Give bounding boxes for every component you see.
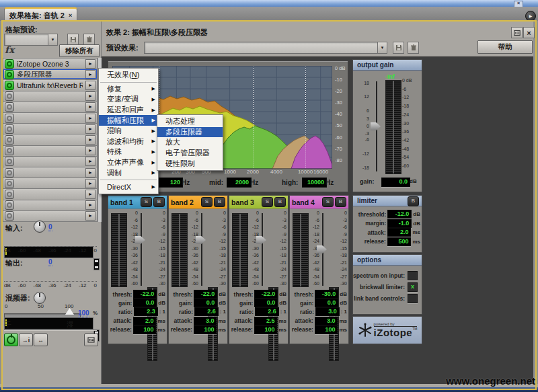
power-icon[interactable] <box>5 102 14 112</box>
fx-slot[interactable]: ► <box>3 167 98 178</box>
gain-value[interactable]: 0.0 <box>133 299 157 307</box>
solo-button[interactable]: S <box>141 197 152 207</box>
submenu-item-tube-compressor[interactable]: 电子管压限器 <box>157 148 223 159</box>
bypass-button[interactable]: B <box>335 197 346 207</box>
thresh-value[interactable]: -22.0 <box>133 290 157 299</box>
output-gain-slider-handle[interactable] <box>371 122 381 130</box>
output-gain-value[interactable]: 0 <box>48 258 52 266</box>
slot-arrow-button[interactable]: ► <box>85 124 95 134</box>
output-gain-knob[interactable] <box>34 292 46 304</box>
rack-settings-button[interactable] <box>84 334 98 346</box>
threshold-slider-handle[interactable] <box>256 236 266 244</box>
slot-arrow-button[interactable]: ► <box>85 70 95 79</box>
power-icon[interactable] <box>5 211 14 221</box>
threshold-slider-handle[interactable] <box>196 236 206 244</box>
submenu-item-dynamics[interactable]: 动态处理 <box>157 116 223 127</box>
ratio-value[interactable]: 2.3 <box>134 307 158 316</box>
power-icon[interactable] <box>5 59 14 69</box>
dropdown-arrow-icon[interactable]: ▼ <box>48 34 57 45</box>
menu-item-amplitude-compression[interactable]: 振幅和压限▶ <box>99 115 158 126</box>
slot-arrow-button[interactable]: ► <box>85 190 95 199</box>
plugin-save-preset-button[interactable] <box>393 42 404 54</box>
power-icon[interactable] <box>5 190 14 199</box>
input-gain-value[interactable]: 0 <box>48 223 52 231</box>
plugin-rack-button[interactable] <box>511 27 523 38</box>
mix-value[interactable]: 100 <box>78 309 89 317</box>
menu-item-stretch[interactable]: 变速/变调▶ <box>99 94 158 105</box>
menu-item-restore[interactable]: 修复▶ <box>99 84 158 95</box>
release-value[interactable]: 100 <box>194 325 217 334</box>
slot-arrow-button[interactable]: ► <box>85 179 95 188</box>
fx-slot[interactable]: iZotope Ozone 3► <box>3 58 98 69</box>
slot-arrow-button[interactable]: ► <box>85 102 95 112</box>
high-crossover-value[interactable]: 10000 <box>302 178 327 188</box>
power-icon[interactable] <box>5 70 14 79</box>
tab-close-icon[interactable]: × <box>69 13 72 19</box>
remove-all-button[interactable]: 移除所有 <box>59 44 100 57</box>
bypass-button[interactable]: B <box>153 197 165 207</box>
power-icon[interactable] <box>5 135 14 145</box>
bypass-button[interactable]: B <box>214 197 225 207</box>
thresh-value[interactable]: -30.0 <box>315 290 338 299</box>
slot-arrow-button[interactable]: ► <box>85 157 95 166</box>
power-icon[interactable] <box>5 200 14 210</box>
slot-arrow-button[interactable]: ► <box>85 114 95 123</box>
low-crossover-value[interactable]: 120 <box>158 178 183 188</box>
release-value[interactable]: 100 <box>254 325 277 334</box>
brickwall-limiter-checkbox[interactable]: x <box>408 282 418 292</box>
power-icon[interactable] <box>5 146 14 155</box>
attack-value[interactable]: 3.0 <box>194 317 217 325</box>
menu-item-filter-eq[interactable]: 滤波和均衡▶ <box>99 136 158 147</box>
plugin-delete-preset-button[interactable] <box>408 42 419 54</box>
power-icon[interactable] <box>5 124 14 134</box>
fx-slot[interactable]: ► <box>3 112 98 123</box>
gain-value[interactable]: 0.0 <box>254 299 278 307</box>
solo-button[interactable]: S <box>201 197 213 207</box>
menu-item-stereo-imagery[interactable]: 立体声声像▶ <box>99 157 158 168</box>
thresh-value[interactable]: -22.0 <box>194 290 217 299</box>
help-button[interactable]: 帮助 <box>477 40 533 54</box>
release-value[interactable]: 500 <box>387 237 412 246</box>
rack-power-button[interactable] <box>4 334 18 346</box>
fx-slot-selected[interactable]: 多段压限器► <box>3 69 98 79</box>
thresh-value[interactable]: -22.0 <box>254 290 278 299</box>
spectrum-on-input-checkbox[interactable] <box>408 271 418 280</box>
threshold-slider-handle[interactable] <box>317 245 327 253</box>
margin-value[interactable]: -1.0 <box>387 219 412 228</box>
menu-item-no-effect[interactable]: 无效果(N) <box>99 70 158 81</box>
gain-value[interactable]: 0.0 <box>315 299 338 307</box>
submenu-item-hard-limiter[interactable]: 硬性限制 <box>157 158 223 169</box>
gain-value[interactable]: 0.0 <box>381 178 410 187</box>
release-value[interactable]: 100 <box>315 325 338 334</box>
attack-value[interactable]: 3.0 <box>315 317 338 325</box>
power-icon[interactable] <box>5 157 14 166</box>
power-icon[interactable] <box>5 179 14 188</box>
menu-item-modulation[interactable]: 调制▶ <box>99 167 158 178</box>
menu-item-special[interactable]: 特殊▶ <box>99 147 158 157</box>
input-monitor-button[interactable]: →i <box>19 334 33 346</box>
fx-slot[interactable]: ► <box>3 134 98 145</box>
panel-menu-button[interactable]: ▶ <box>525 11 536 22</box>
fx-slot[interactable]: ► <box>3 188 98 199</box>
ratio-value[interactable]: 2.6 <box>194 307 219 316</box>
limiter-bypass-button[interactable]: B <box>408 196 419 206</box>
input-clip-indicator[interactable] <box>93 258 100 270</box>
gain-value[interactable]: 0.0 <box>194 299 217 307</box>
menu-item-reverb[interactable]: 混响▶ <box>99 126 158 136</box>
tab-effects-rack[interactable]: 效果格架: 音轨 2 × <box>4 7 77 22</box>
slot-arrow-button[interactable]: ► <box>85 168 95 178</box>
dropdown-arrow-icon[interactable]: ▼ <box>377 42 387 53</box>
ratio-value[interactable]: 2.6 <box>255 307 279 316</box>
fx-slot[interactable]: Ultrafunk fx\Reverb R3► <box>3 79 98 90</box>
threshold-slider-track[interactable] <box>141 213 142 286</box>
slot-arrow-button[interactable]: ► <box>85 59 95 69</box>
power-icon[interactable] <box>5 114 14 123</box>
link-band-controls-checkbox[interactable] <box>408 294 418 303</box>
attack-value[interactable]: 2.0 <box>387 228 412 237</box>
fx-slot[interactable]: ► <box>3 145 98 156</box>
menu-item-delay-echo[interactable]: 延迟和回声▶ <box>99 105 158 116</box>
slot-arrow-button[interactable]: ► <box>85 146 95 155</box>
release-value[interactable]: 100 <box>133 325 156 334</box>
mix-link-button[interactable]: ↔ <box>34 334 48 346</box>
attack-value[interactable]: 2.5 <box>254 317 277 325</box>
